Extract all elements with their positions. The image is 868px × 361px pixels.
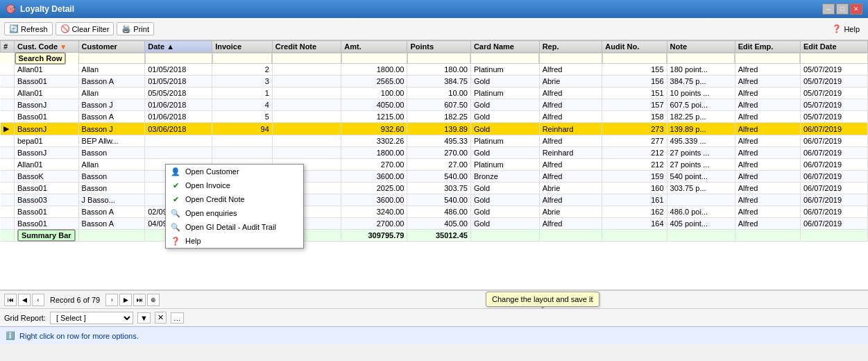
window-icon: 🎯 — [6, 4, 16, 14]
nav-prev-button[interactable]: ◀ — [18, 294, 31, 306]
data-table-container: # Cust. Code ▼ Customer Date ▲ Invoice C… — [0, 40, 868, 290]
info-text: Right click on row for more options. — [19, 332, 139, 340]
grid-report-select[interactable]: [ Select ] — [50, 312, 133, 324]
nav-next-button[interactable]: ▶ — [119, 294, 132, 306]
col-cust-code[interactable]: Cust. Code ▼ — [15, 41, 79, 53]
title-bar: 🎯 Loyalty Detail ─ □ ✕ — [0, 0, 868, 18]
col-amt[interactable]: Amt. — [341, 41, 407, 53]
table-row[interactable]: Allan01Allan270.0027.00PlatinumAlfred212… — [1, 159, 868, 171]
col-card-name[interactable]: Card Name — [470, 41, 539, 53]
info-icon: ℹ️ — [6, 331, 15, 340]
table-row[interactable]: BassoKBasson3600.00540.00BronzeAlfred159… — [1, 171, 868, 183]
search-rep-input[interactable] — [539, 53, 602, 64]
search-icon: 🔍 — [170, 208, 181, 219]
col-edit-emp[interactable]: Edit Emp. — [735, 41, 800, 53]
maximize-button[interactable]: □ — [836, 3, 849, 15]
grid-report-dropdown-button[interactable]: ▼ — [137, 312, 151, 324]
nav-extra-button[interactable]: ⊕ — [147, 294, 160, 306]
navigation-bar: ⏮ ◀ ‹ Record 6 of 79 › ▶ ⏭ ⊕ — [0, 290, 868, 308]
clear-filter-icon: 🚫 — [60, 24, 70, 33]
data-table: # Cust. Code ▼ Customer Date ▲ Invoice C… — [0, 40, 868, 242]
help-circle-icon: ❓ — [170, 235, 181, 246]
toolbar: 🔄 Refresh 🚫 Clear Filter 🖨️ Print ❓ Help — [0, 18, 868, 40]
search-audit-input[interactable] — [602, 53, 667, 64]
close-button[interactable]: ✕ — [850, 3, 862, 15]
grid-report-options-button[interactable]: … — [171, 312, 184, 324]
context-menu-item-open-enquiries[interactable]: 🔍 Open enquiries — [166, 206, 303, 220]
table-row[interactable]: Basso03J Basso...3600.00540.00GoldAlfred… — [1, 194, 868, 206]
table-row[interactable]: Basso01Basson A02/09/201893240.00486.00G… — [1, 206, 868, 218]
search-note-input[interactable] — [667, 53, 735, 64]
col-edit-date[interactable]: Edit Date — [800, 41, 867, 53]
print-icon: 🖨️ — [121, 24, 131, 33]
context-menu-item-open-credit-note[interactable]: ✔ Open Credit Note — [166, 192, 303, 206]
search-amt-input[interactable] — [341, 53, 407, 64]
refresh-button[interactable]: 🔄 Refresh — [4, 22, 53, 35]
col-credit-note[interactable]: Credit Note — [272, 41, 341, 53]
audit-icon: 🔍 — [170, 221, 181, 233]
nav-last-button[interactable]: ⏭ — [133, 294, 146, 306]
col-customer[interactable]: Customer — [78, 41, 145, 53]
context-menu: 👤 Open Customer ✔ Open Invoice ✔ Open Cr… — [165, 164, 304, 249]
nav-prev2-button[interactable]: ‹ — [32, 294, 44, 306]
col-audit-no[interactable]: Audit No. — [602, 41, 667, 53]
context-menu-item-open-customer[interactable]: 👤 Open Customer — [166, 165, 303, 178]
context-menu-item-help[interactable]: ❓ Help — [166, 234, 303, 248]
col-note[interactable]: Note — [667, 41, 735, 53]
help-button[interactable]: ❓ Help — [828, 23, 864, 35]
table-row[interactable]: Basso01Basson A01/05/201832565.00384.75G… — [1, 76, 868, 87]
checkmark-icon2: ✔ — [170, 194, 181, 205]
search-points-input[interactable] — [407, 53, 470, 64]
clear-filter-button[interactable]: 🚫 Clear Filter — [56, 22, 114, 35]
window-title: Loyalty Detail — [20, 4, 74, 14]
search-row-label: Search Row — [15, 52, 67, 65]
person-icon: 👤 — [170, 166, 181, 177]
col-invoice[interactable]: Invoice — [212, 41, 273, 53]
col-rep[interactable]: Rep. — [539, 41, 602, 53]
info-bar: ℹ️ Right click on row for more options. — [0, 326, 868, 344]
search-edit-emp-input[interactable] — [735, 53, 800, 64]
tooltip-bubble: Change the layout and save it — [486, 292, 599, 307]
context-menu-item-open-gi-detail[interactable]: 🔍 Open GI Detail - Audit Trail — [166, 220, 303, 234]
refresh-icon: 🔄 — [9, 24, 19, 33]
help-icon: ❓ — [832, 24, 842, 33]
table-row[interactable]: Basso01Basson A04/09/2018112700.00405.00… — [1, 218, 868, 230]
summary-bar-label: Summary Bar — [17, 229, 76, 242]
table-row[interactable]: BassonJBasson1800.00270.00GoldReinhard21… — [1, 147, 868, 159]
col-indicator: # — [1, 41, 15, 53]
search-customer-input[interactable] — [78, 53, 145, 64]
checkmark-icon: ✔ — [170, 180, 181, 191]
search-edit-date-input[interactable] — [800, 53, 867, 64]
print-button[interactable]: 🖨️ Print — [117, 22, 154, 35]
table-row[interactable]: bepa01BEP Allw...3302.26495.33PlatinumAl… — [1, 135, 868, 147]
search-card-input[interactable] — [470, 53, 539, 64]
search-invoice-input[interactable] — [212, 53, 273, 64]
search-row: Search Row — [1, 53, 868, 65]
search-date-input[interactable] — [145, 53, 212, 64]
search-credit-input[interactable] — [272, 53, 341, 64]
grid-report-label: Grid Report: — [4, 314, 46, 322]
nav-first-button[interactable]: ⏮ — [4, 294, 17, 306]
nav-next2-button[interactable]: › — [105, 294, 118, 306]
table-row[interactable]: Allan01Allan01/05/201821800.00180.00Plat… — [1, 64, 868, 76]
col-points[interactable]: Points — [407, 41, 470, 53]
grid-report-bar: Grid Report: [ Select ] ▼ ✕ … — [0, 308, 868, 326]
table-row[interactable]: BassonJBasson J01/06/201844050.00607.50G… — [1, 99, 868, 111]
record-info: Record 6 of 79 — [50, 296, 100, 304]
grid-report-close-button[interactable]: ✕ — [155, 312, 167, 324]
table-row[interactable]: ▶BassonJBasson J03/06/201894932.60139.89… — [1, 123, 868, 135]
minimize-button[interactable]: ─ — [822, 3, 835, 15]
col-date[interactable]: Date ▲ — [145, 41, 212, 53]
table-row[interactable]: Allan01Allan05/05/20181100.0010.00Platin… — [1, 87, 868, 99]
table-row[interactable]: Basso01Basson2025.00303.75GoldAbrie16030… — [1, 183, 868, 194]
context-menu-item-open-invoice[interactable]: ✔ Open Invoice — [166, 178, 303, 192]
table-row[interactable]: Basso01Basson A01/06/201851215.00182.25G… — [1, 111, 868, 123]
summary-row: Summary Bar309795.7935012.45 — [1, 230, 868, 242]
